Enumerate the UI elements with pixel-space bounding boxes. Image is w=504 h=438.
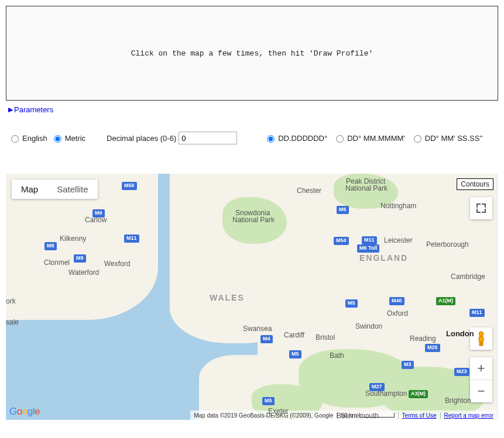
map-label: Bristol [316,333,335,342]
terms-of-use-link[interactable]: Terms of Use [398,412,440,419]
road-shield: M25 [425,344,440,352]
units-english-radio[interactable] [11,135,19,143]
decimal-places-input[interactable] [179,132,237,144]
road-shield: M6 [337,206,349,214]
map-label: Peterborough [426,240,469,249]
parameters-disclosure[interactable]: ▶ Parameters [8,105,498,114]
coord-format-dm-label: DD° MM.MMMM' [347,134,405,143]
profile-instruction-text: Click on the map a few times, then hit '… [131,49,373,58]
map-canvas[interactable]: Map Satellite Contours + − Google Map da… [6,174,498,420]
svg-rect-3 [482,342,484,346]
road-shield: M54 [334,237,349,245]
map-label: Southampton [365,389,407,398]
report-map-error-link[interactable]: Report a map error [440,412,497,419]
road-shield: A1(M) [436,297,455,305]
coord-format-dms-option[interactable]: DD° MM' SS.SS'' [411,133,483,143]
map-type-satellite-button[interactable]: Satellite [47,180,97,199]
road-shield: M5 [345,299,358,308]
map-label: National Park [345,184,388,192]
map-label: Swansea [243,325,272,333]
map-label: Leicester [384,236,413,244]
coord-format-dm-radio[interactable] [336,135,344,143]
road-shield: M3 [402,361,414,369]
road-shield: M40 [389,297,404,305]
map-label: ork [6,297,16,305]
map-label: London [446,329,474,338]
svg-rect-1 [479,336,484,342]
road-shield: M50 [122,182,137,190]
coord-format-dd-option[interactable]: DD.DDDDDD° [264,133,327,143]
map-attribution: Map data ©2019 GeoBasis-DE/BKG (©2009), … [190,412,337,419]
map-label: Kilkenny [60,234,86,243]
units-english-option[interactable]: English [8,133,47,143]
units-metric-radio[interactable] [54,135,61,143]
map-label: Clonmel [44,258,70,267]
units-metric-option[interactable]: Metric [51,133,85,143]
decimal-places-group: Decimal places (0-6) [107,132,237,144]
road-shield: M23 [454,368,469,376]
parameters-label: Parameters [14,105,53,114]
contours-button[interactable]: Contours [457,178,493,190]
coord-format-dm-option[interactable]: DD° MM.MMMM' [333,133,405,143]
map-type-control: Map Satellite [12,180,98,199]
road-shield: M9 [74,254,86,263]
road-shield: M8 [44,242,57,250]
fullscreen-button[interactable] [470,197,492,219]
map-label: Bournemouth [337,412,379,420]
decimal-places-label: Decimal places (0-6) [107,134,176,143]
pegman-icon [475,331,487,346]
map-label: ENGLAND [359,253,408,263]
zoom-in-button[interactable]: + [470,357,492,380]
road-shield: M5 [262,397,275,405]
map-label: Wexford [104,260,130,268]
map-label: Waterford [68,268,99,277]
map-label: WALES [210,293,245,302]
fullscreen-icon [476,204,486,213]
map-label: Carlow [85,216,107,224]
road-shield: M6 Toll [357,244,379,253]
map-label: Cambridge [451,273,485,281]
zoom-control: + − [470,357,492,402]
road-shield: M11 [124,234,139,243]
road-shield: M4 [260,335,273,343]
controls-row: English Metric Decimal places (0-6) DD.D… [8,132,498,144]
map-label: Swindon [355,322,382,330]
map-label: Oxford [387,309,408,318]
coord-format-dms-radio[interactable] [414,135,421,143]
map-label: National Park [232,216,275,224]
road-shield: M11 [362,236,377,244]
map-label: sale [6,318,19,326]
svg-rect-2 [479,342,481,346]
units-metric-label: Metric [65,134,85,143]
road-shield: A3(M) [409,390,428,398]
map-label: Brighton [445,396,471,405]
profile-output-box: Click on the map a few times, then hit '… [6,6,498,101]
svg-point-0 [479,332,484,336]
map-label: Bath [330,351,344,360]
road-shield: M5 [289,350,301,358]
coord-format-dd-radio[interactable] [267,135,275,143]
coord-format-group: DD.DDDDDD° DD° MM.MMMM' DD° MM' SS.SS'' [264,133,482,143]
map-label: Cardiff [284,331,304,339]
map-label: Chester [297,187,321,195]
google-logo: Google [9,406,40,418]
coord-format-dd-label: DD.DDDDDD° [278,134,327,143]
road-shield: M11 [469,309,485,317]
map-label: Reading [410,334,436,343]
zoom-out-button[interactable]: − [470,380,492,402]
coord-format-dms-label: DD° MM' SS.SS'' [425,134,483,143]
map-type-map-button[interactable]: Map [12,180,47,199]
triangle-right-icon: ▶ [8,106,13,113]
map-label: Nottingham [380,202,416,210]
units-english-label: English [22,134,47,143]
map-label: Exeter [268,407,289,415]
